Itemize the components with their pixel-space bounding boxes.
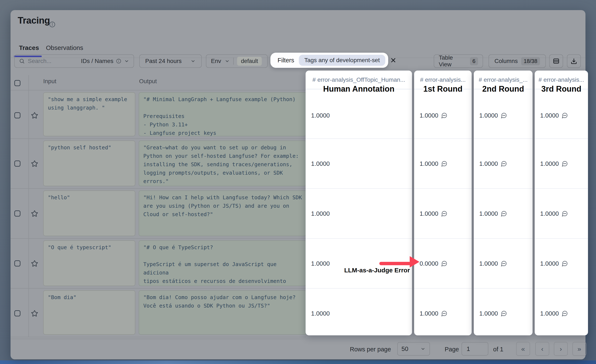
last-page-button[interactable]: » [572, 342, 586, 356]
star-icon[interactable] [31, 160, 38, 167]
score-value[interactable]: 1.0000 [540, 111, 568, 120]
search-box[interactable]: Search... IDs / Names [14, 54, 134, 68]
score-value[interactable]: 1.0000 [311, 160, 330, 168]
table-view-count-badge: 6 [470, 57, 478, 65]
export-button[interactable] [567, 54, 581, 68]
comment-icon[interactable] [441, 211, 447, 217]
card-row-divider [414, 188, 472, 189]
search-mode-select[interactable]: IDs / Names [81, 58, 129, 65]
screenshot-stage: Tracing Traces Observations Search... ID… [0, 0, 596, 364]
comment-icon[interactable] [561, 211, 568, 217]
score-value[interactable]: 1.0000 [540, 259, 568, 268]
score-column-name[interactable]: # error-analysis... [414, 76, 472, 83]
comment-icon[interactable] [441, 260, 447, 267]
score-number: 1.0000 [311, 260, 330, 267]
comment-icon[interactable] [441, 310, 447, 317]
active-filter-chip[interactable]: Tags any of development-set [299, 55, 385, 66]
score-value[interactable]: 1.0000 [420, 111, 447, 120]
chevron-down-icon [224, 58, 230, 64]
card-row-divider [305, 138, 412, 139]
star-icon[interactable] [31, 210, 38, 217]
columns-label: Columns [494, 58, 518, 65]
clear-filter-button[interactable] [389, 57, 397, 64]
tab-observations[interactable]: Observations [46, 44, 83, 51]
score-value[interactable]: 1.0000 [479, 309, 507, 318]
score-value[interactable]: 1.0000 [311, 209, 330, 218]
row-height-button[interactable] [549, 54, 563, 68]
page-number-input[interactable]: 1 [462, 342, 488, 356]
score-number: 1.0000 [420, 160, 438, 167]
score-column-round-label: 1st Round [414, 84, 472, 94]
card-row-divider [414, 138, 472, 139]
score-value[interactable]: 1.0000 [420, 209, 447, 218]
score-value[interactable]: 1.0000 [479, 111, 507, 120]
prev-page-button[interactable]: ‹ [535, 342, 549, 356]
time-range-select[interactable]: Past 24 hours [139, 54, 202, 68]
score-value[interactable]: 1.0000 [540, 309, 568, 318]
comment-icon[interactable] [500, 211, 507, 217]
search-input[interactable]: Search... [28, 58, 52, 65]
first-page-button[interactable]: « [516, 342, 530, 356]
star-icon[interactable] [31, 260, 38, 267]
env-filter[interactable]: Env default [206, 54, 268, 68]
score-value[interactable]: 1.0000 [420, 160, 447, 168]
star-icon[interactable] [31, 310, 38, 317]
row-checkbox[interactable] [14, 112, 21, 118]
info-icon [116, 58, 121, 64]
row-checkbox[interactable] [14, 260, 21, 266]
row-checkbox[interactable] [14, 211, 21, 217]
score-number: 1.0000 [540, 310, 559, 317]
comment-icon[interactable] [441, 160, 447, 167]
comment-icon[interactable] [561, 160, 568, 167]
comment-icon[interactable] [500, 112, 507, 119]
input-cell[interactable]: "Bom dia" [43, 290, 135, 335]
env-label: Env [211, 58, 221, 65]
output-cell[interactable]: "Great—what do you want to set up or deb… [139, 140, 307, 186]
score-column-round-label: 3rd Round [535, 84, 588, 94]
comment-icon[interactable] [561, 260, 568, 267]
row-checkbox[interactable] [14, 310, 21, 316]
columns-button[interactable]: Columns 18/38 [489, 54, 546, 68]
score-number: 1.0000 [479, 310, 498, 317]
score-column-name[interactable]: # error-analysis... [535, 76, 588, 83]
row-checkbox[interactable] [14, 160, 21, 167]
star-icon[interactable] [31, 112, 38, 119]
column-header-output[interactable]: Output [139, 78, 157, 85]
comment-icon[interactable] [500, 260, 507, 267]
score-column-card: # error-analysis... 3rd Round 1.00001.00… [535, 71, 588, 335]
column-header-input[interactable]: Input [43, 78, 56, 85]
filters-button[interactable]: Filters Tags any of development-set [270, 53, 388, 68]
score-value[interactable]: 1.0000 [479, 209, 507, 218]
score-value[interactable]: 1.0000 [420, 309, 447, 318]
output-cell[interactable]: "# O que é TypeScript? TypeScript é um s… [139, 240, 307, 286]
output-cell[interactable]: "# Minimal LangGraph + Langfuse example … [139, 92, 307, 136]
info-icon[interactable] [49, 21, 56, 28]
input-cell[interactable]: "hello" [43, 190, 135, 236]
score-value[interactable]: 1.0000 [479, 160, 507, 168]
input-cell[interactable]: "python self hosted" [43, 140, 135, 186]
score-value[interactable]: 1.0000 [311, 259, 330, 268]
score-value[interactable]: 1.0000 [311, 111, 330, 120]
table-view-button[interactable]: Table View 6 [434, 54, 483, 68]
output-cell[interactable]: "Bom dia! Como posso ajudar com o Langfu… [139, 290, 307, 335]
comment-icon[interactable] [441, 112, 447, 119]
comment-icon[interactable] [500, 310, 507, 317]
score-column-name[interactable]: # error-analysis_... [474, 76, 533, 83]
rows-per-page-select[interactable]: 50 [397, 342, 430, 356]
score-value[interactable]: 1.0000 [540, 209, 568, 218]
score-value[interactable]: 0.0000 [420, 259, 447, 268]
comment-icon[interactable] [561, 310, 568, 317]
next-page-button[interactable]: › [554, 342, 568, 356]
tab-traces[interactable]: Traces [19, 44, 39, 51]
score-value[interactable]: 1.0000 [311, 309, 330, 318]
comment-icon[interactable] [500, 160, 507, 167]
select-all-checkbox[interactable] [14, 80, 21, 86]
score-value[interactable]: 1.0000 [540, 160, 568, 168]
comment-icon[interactable] [561, 112, 568, 119]
input-cell[interactable]: "O que é typescript" [43, 240, 135, 286]
page-title: Tracing [18, 15, 50, 26]
output-cell[interactable]: "Hi! How can I help with Langfuse today?… [139, 190, 307, 236]
score-value[interactable]: 1.0000 [479, 259, 507, 268]
score-column-name[interactable]: # error-analysis_OffTopic_Human... [305, 76, 412, 83]
input-cell[interactable]: "show me a simple example using langgrap… [43, 92, 135, 136]
